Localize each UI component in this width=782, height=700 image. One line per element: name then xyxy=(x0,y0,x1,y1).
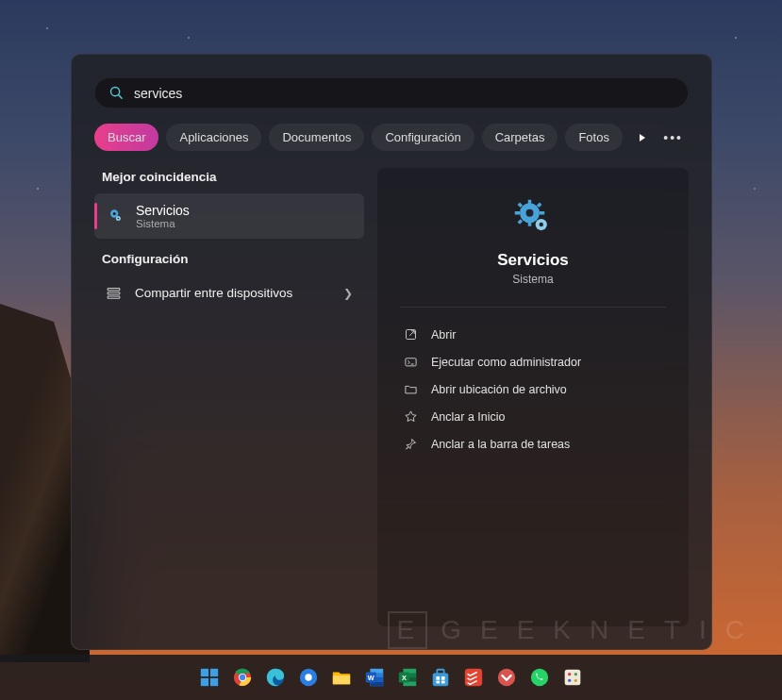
taskbar-word-icon[interactable]: W xyxy=(361,664,388,691)
svg-rect-47 xyxy=(441,676,445,680)
svg-rect-44 xyxy=(433,673,449,686)
services-large-gear-icon xyxy=(513,198,553,238)
svg-point-31 xyxy=(305,674,311,680)
svg-rect-21 xyxy=(406,358,416,366)
svg-point-54 xyxy=(568,673,571,675)
detail-pane: Servicios Sistema Abrir Ejecutar como ad… xyxy=(377,168,689,626)
config-item-label: Compartir entre dispositivos xyxy=(135,286,292,300)
svg-rect-23 xyxy=(210,669,218,676)
svg-line-1 xyxy=(119,95,123,99)
action-run-admin[interactable]: Ejecutar como administrador xyxy=(400,348,666,375)
search-icon xyxy=(108,85,125,101)
svg-rect-10 xyxy=(528,200,532,205)
pin-taskbar-icon xyxy=(404,437,418,451)
config-item-share[interactable]: Compartir entre dispositivos ❯ xyxy=(94,275,364,310)
action-open[interactable]: Abrir xyxy=(400,321,666,348)
folder-icon xyxy=(404,382,418,396)
services-gear-icon xyxy=(106,207,125,225)
best-match-item[interactable]: Servicios Sistema xyxy=(94,193,364,239)
svg-rect-16 xyxy=(518,219,524,225)
taskbar-explorer-icon[interactable] xyxy=(328,664,355,691)
best-match-header: Mejor coincidencia xyxy=(102,170,364,184)
search-input[interactable] xyxy=(134,86,674,101)
svg-rect-7 xyxy=(108,292,120,294)
taskbar-start-icon[interactable] xyxy=(196,664,223,691)
svg-rect-53 xyxy=(565,670,581,686)
taskbar: W X xyxy=(0,655,782,700)
svg-rect-48 xyxy=(436,681,440,684)
svg-rect-50 xyxy=(465,669,482,686)
svg-point-5 xyxy=(118,218,120,220)
svg-text:X: X xyxy=(402,674,407,682)
taskbar-pocket-icon[interactable] xyxy=(493,664,520,691)
taskbar-web-icon[interactable] xyxy=(295,664,322,691)
tabs-next-icon[interactable] xyxy=(634,125,650,151)
taskbar-todoist-icon[interactable] xyxy=(460,664,487,691)
pin-icon xyxy=(404,409,418,424)
config-header: Configuración xyxy=(102,252,364,266)
svg-rect-13 xyxy=(540,211,544,215)
tab-documentos[interactable]: Documentos xyxy=(269,124,364,151)
action-pin-taskbar-label: Anclar a la barra de tareas xyxy=(431,438,570,451)
action-open-location[interactable]: Abrir ubicación de archivo xyxy=(400,375,666,403)
search-box[interactable] xyxy=(94,77,689,108)
match-subtitle: Sistema xyxy=(136,218,190,229)
chevron-right-icon: ❯ xyxy=(343,287,353,300)
action-pin-taskbar[interactable]: Anclar a la barra de tareas xyxy=(400,430,666,458)
start-search-panel: Buscar Aplicaciones Documentos Configura… xyxy=(71,54,712,650)
taskbar-edge-icon[interactable] xyxy=(262,664,289,691)
taskbar-chrome-icon[interactable] xyxy=(229,664,256,691)
detail-actions: Abrir Ejecutar como administrador Abrir … xyxy=(400,321,666,458)
svg-point-19 xyxy=(540,223,543,226)
action-pin-start[interactable]: Anclar a Inicio xyxy=(400,403,666,430)
results-column: Mejor coincidencia Servicios Sistema Con… xyxy=(94,168,364,626)
detail-title: Servicios xyxy=(497,251,569,270)
svg-rect-8 xyxy=(108,296,120,298)
svg-point-52 xyxy=(531,669,548,686)
tab-fotos[interactable]: Fotos xyxy=(565,124,623,151)
taskbar-excel-icon[interactable]: X xyxy=(394,664,421,691)
svg-rect-25 xyxy=(210,678,218,686)
action-open-label: Abrir xyxy=(431,328,456,342)
svg-point-57 xyxy=(574,679,577,682)
match-title: Servicios xyxy=(136,203,190,218)
svg-point-51 xyxy=(498,669,515,686)
search-filter-tabs: Buscar Aplicaciones Documentos Configura… xyxy=(94,124,689,151)
svg-point-3 xyxy=(113,212,116,215)
svg-rect-45 xyxy=(437,670,443,675)
more-options-icon[interactable]: ••• xyxy=(657,126,689,149)
admin-icon xyxy=(404,355,418,369)
taskbar-tweaks-icon[interactable] xyxy=(559,664,586,691)
tab-carpetas[interactable]: Carpetas xyxy=(482,124,558,151)
svg-point-55 xyxy=(574,673,577,675)
share-devices-icon xyxy=(106,285,122,301)
svg-rect-49 xyxy=(441,681,445,684)
tab-aplicaciones[interactable]: Aplicaciones xyxy=(166,124,261,151)
svg-text:W: W xyxy=(368,674,374,682)
svg-rect-6 xyxy=(108,289,120,291)
svg-rect-11 xyxy=(528,222,532,226)
svg-rect-22 xyxy=(201,669,208,676)
tab-buscar[interactable]: Buscar xyxy=(94,124,158,151)
tab-configuracion[interactable]: Configuración xyxy=(372,124,474,151)
detail-subtitle: Sistema xyxy=(512,273,553,286)
action-open-location-label: Abrir ubicación de archivo xyxy=(431,383,567,396)
svg-point-17 xyxy=(526,209,534,217)
action-pin-start-label: Anclar a Inicio xyxy=(431,410,506,424)
open-icon xyxy=(404,327,418,342)
svg-rect-12 xyxy=(515,211,520,215)
svg-rect-46 xyxy=(436,676,440,680)
taskbar-whatsapp-icon[interactable] xyxy=(526,664,553,691)
taskbar-store-icon[interactable] xyxy=(427,664,454,691)
action-run-admin-label: Ejecutar como administrador xyxy=(431,356,581,369)
svg-point-56 xyxy=(568,679,571,682)
svg-rect-32 xyxy=(333,675,350,684)
svg-rect-24 xyxy=(201,678,208,686)
svg-point-28 xyxy=(240,675,245,680)
